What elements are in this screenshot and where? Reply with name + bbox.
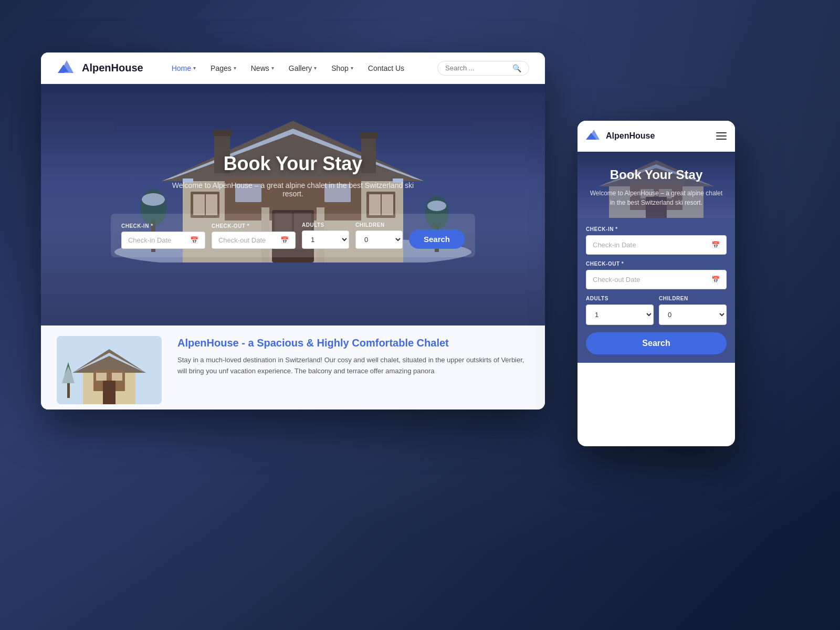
desktop-search-area[interactable]: 🔍 <box>437 61 529 76</box>
desktop-search-input[interactable] <box>445 64 508 72</box>
nav-item-home[interactable]: Home ▾ <box>164 52 203 84</box>
chevron-icon: ▾ <box>193 65 196 71</box>
desktop-navbar: AlpenHouse Home ▾ Pages ▾ News ▾ Gallery… <box>41 52 545 84</box>
desktop-nav: Home ▾ Pages ▾ News ▾ Gallery ▾ Shop ▾ C… <box>164 52 437 84</box>
mobile-logo[interactable]: AlpenHouse <box>586 128 716 144</box>
mobile-adults-col: ADULTS 1 2 3 <box>586 296 654 325</box>
mobile-logo-icon <box>586 128 602 144</box>
desktop-logo-icon <box>57 58 77 78</box>
desktop-mockup: AlpenHouse Home ▾ Pages ▾ News ▾ Gallery… <box>41 52 545 410</box>
calendar-icon: 📅 <box>190 236 198 244</box>
nav-item-news[interactable]: News ▾ <box>244 52 281 84</box>
chevron-icon: ▾ <box>271 65 274 71</box>
checkout-label: CHECK-OUT * <box>212 223 296 229</box>
hamburger-line-3 <box>716 139 727 140</box>
children-label: CHILDREN <box>355 222 403 228</box>
desktop-logo-text: AlpenHouse <box>82 62 143 74</box>
checkin-placeholder: Check-in Date <box>128 236 171 244</box>
nav-item-pages[interactable]: Pages ▾ <box>203 52 244 84</box>
chalet-desc-text: Stay in a much-loved destination in Swit… <box>177 355 529 377</box>
calendar-icon-2: 📅 <box>280 236 289 244</box>
svg-point-32 <box>427 201 446 211</box>
mobile-checkout-label: CHECK-OUT * <box>586 261 727 267</box>
desktop-lower-section: AlpenHouse - a Spacious & Highly Comfort… <box>41 326 545 410</box>
mobile-hero-subtitle: Welcome to AlpenHouse – a great alpine c… <box>588 188 724 207</box>
checkout-placeholder: Check-out Date <box>218 236 266 244</box>
mobile-adults-label: ADULTS <box>586 296 654 301</box>
hero-content: Book Your Stay Welcome to AlpenHouse – a… <box>162 153 424 198</box>
mobile-booking-form: CHECK-IN * Check-in Date 📅 CHECK-OUT * C… <box>578 218 735 363</box>
adults-label: ADULTS <box>302 222 349 228</box>
nav-item-shop[interactable]: Shop ▾ <box>324 52 361 84</box>
desktop-search-button[interactable]: Search <box>409 229 465 249</box>
mobile-children-label: CHILDREN <box>659 296 727 301</box>
hamburger-line-1 <box>716 132 727 133</box>
svg-rect-38 <box>96 373 107 381</box>
svg-rect-40 <box>103 381 116 404</box>
desktop-booking-form: CHECK-IN * Check-in Date 📅 CHECK-OUT * C… <box>111 214 475 257</box>
children-group: CHILDREN 0 1 2 3 <box>355 222 403 249</box>
mobile-search-button[interactable]: Search <box>586 332 727 354</box>
svg-rect-8 <box>213 130 232 136</box>
mobile-logo-text: AlpenHouse <box>606 131 655 141</box>
chevron-icon: ▾ <box>351 65 353 71</box>
adults-select[interactable]: 1 2 3 4 <box>302 230 349 249</box>
mobile-children-select[interactable]: 0 1 2 <box>659 304 727 325</box>
checkin-input[interactable]: Check-in Date 📅 <box>121 232 205 249</box>
checkin-group: CHECK-IN * Check-in Date 📅 <box>121 223 205 249</box>
chevron-icon: ▾ <box>314 65 317 71</box>
nav-item-contact[interactable]: Contact Us <box>361 52 412 84</box>
desktop-hero: Book Your Stay Welcome to AlpenHouse – a… <box>41 84 545 326</box>
mobile-children-col: CHILDREN 0 1 2 <box>659 296 727 325</box>
mobile-calendar-icon: 📅 <box>711 241 720 249</box>
mobile-hero-title: Book Your Stay <box>588 167 724 182</box>
svg-rect-41 <box>67 382 70 398</box>
svg-rect-39 <box>112 373 122 381</box>
mobile-hero: Book Your Stay Welcome to AlpenHouse – a… <box>578 152 735 218</box>
mobile-checkin-label: CHECK-IN * <box>586 226 727 232</box>
checkout-input[interactable]: Check-out Date 📅 <box>212 232 296 249</box>
svg-rect-10 <box>360 132 377 139</box>
hero-subtitle: Welcome to AlpenHouse – a great alpine c… <box>162 181 424 198</box>
mobile-calendar-icon-2: 📅 <box>711 276 720 284</box>
hamburger-line-2 <box>716 135 727 136</box>
chalet-image <box>57 336 162 404</box>
mobile-checkin-placeholder: Check-in Date <box>593 241 636 249</box>
children-select[interactable]: 0 1 2 3 <box>355 230 403 249</box>
checkout-group: CHECK-OUT * Check-out Date 📅 <box>212 223 296 249</box>
mobile-adults-children-row: ADULTS 1 2 3 CHILDREN 0 1 2 <box>586 296 727 325</box>
svg-rect-2 <box>64 72 69 75</box>
desktop-logo[interactable]: AlpenHouse <box>57 58 143 78</box>
chalet-description: AlpenHouse - a Spacious & Highly Comfort… <box>177 336 529 399</box>
mobile-checkin-input[interactable]: Check-in Date 📅 <box>586 235 727 255</box>
hamburger-menu[interactable] <box>716 132 727 140</box>
chevron-icon: ▾ <box>234 65 236 71</box>
mobile-checkout-input[interactable]: Check-out Date 📅 <box>586 270 727 289</box>
nav-item-gallery[interactable]: Gallery ▾ <box>281 52 324 84</box>
adults-group: ADULTS 1 2 3 4 <box>302 222 349 249</box>
mobile-checkout-placeholder: Check-out Date <box>593 276 640 284</box>
hero-title: Book Your Stay <box>162 153 424 175</box>
mobile-adults-select[interactable]: 1 2 3 <box>586 304 654 325</box>
desktop-search-button[interactable]: 🔍 <box>512 64 521 72</box>
mobile-mockup: AlpenHouse Book Your Stay Welcome to Alp… <box>578 121 735 446</box>
mobile-navbar: AlpenHouse <box>578 121 735 152</box>
checkin-label: CHECK-IN * <box>121 223 205 229</box>
chalet-title: AlpenHouse - a Spacious & Highly Comfort… <box>177 336 529 350</box>
